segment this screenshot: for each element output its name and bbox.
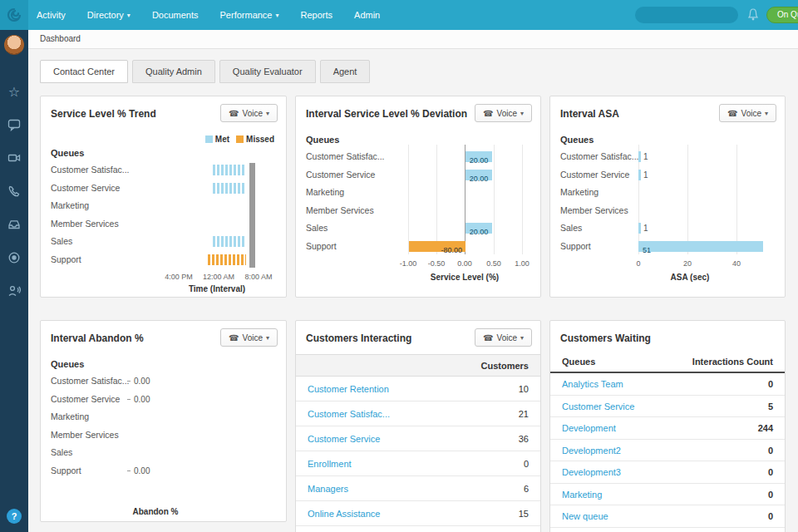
chart-row: Support0.00: [51, 462, 276, 480]
column-customers: Customers: [481, 355, 529, 377]
queue-link[interactable]: Managers: [308, 476, 348, 501]
phone-icon[interactable]: [0, 175, 28, 208]
tab-agent[interactable]: Agent: [320, 60, 371, 83]
queue-link[interactable]: Customer Service: [562, 396, 634, 418]
genesys-logo[interactable]: [0, 0, 28, 30]
chart-row: Customer Satisfac...: [51, 161, 276, 180]
current-interval-marker: [249, 163, 255, 268]
caret-down-icon: ▾: [266, 110, 269, 117]
voice-label: Voice: [497, 109, 517, 118]
card-title: Interval Service Level % Deviation: [306, 108, 467, 120]
queue-link[interactable]: Analytics Team: [562, 373, 623, 396]
chat-icon[interactable]: [0, 108, 28, 141]
voice-filter-button[interactable]: ☎ Voice ▾: [220, 104, 278, 122]
card-customers-interacting: Customers Interacting ☎ Voice ▾ Customer…: [295, 320, 541, 532]
nav-item-directory[interactable]: Directory▾: [87, 10, 131, 20]
queue-link[interactable]: Customer Service: [308, 426, 380, 451]
favorites-star-icon[interactable]: ☆: [0, 75, 28, 108]
left-sidebar: ☆ ?: [0, 30, 28, 532]
queue-link[interactable]: Online Assistance: [308, 501, 380, 526]
count-value: 21: [519, 401, 529, 426]
nav-item-reports[interactable]: Reports: [301, 10, 333, 20]
video-icon[interactable]: [0, 141, 28, 175]
bar-met: [213, 236, 246, 247]
table-row: Customer Service5: [550, 396, 785, 418]
tab-quality-evaluator[interactable]: Quality Evaluator: [219, 60, 316, 83]
x-tick: 8:00 AM: [244, 273, 272, 281]
on-queue-status-pill[interactable]: On Queue: [766, 7, 798, 23]
inbox-icon[interactable]: [0, 208, 28, 241]
help-icon[interactable]: ?: [7, 509, 22, 524]
chart-row: Marketing: [51, 197, 276, 215]
table-row: Customer Retention10: [296, 377, 540, 401]
count-value: 36: [519, 426, 529, 451]
voice-filter-button[interactable]: ☎ Voice ▾: [719, 104, 776, 122]
queue-link[interactable]: Enrollment: [308, 451, 352, 476]
user-avatar[interactable]: [4, 35, 24, 55]
queues-header: Queues: [51, 148, 84, 158]
x-tick: 20: [683, 259, 692, 268]
main-content: Contact Center Quality Admin Quality Eva…: [28, 49, 798, 532]
phone-icon: ☎: [229, 333, 239, 342]
legend-met: Met: [205, 135, 229, 144]
voice-label: Voice: [243, 109, 263, 118]
table-row: Development20: [550, 440, 785, 462]
breadcrumb-bar: Dashboard: [28, 30, 798, 49]
tab-contact-center[interactable]: Contact Center: [40, 60, 128, 83]
count-value: 0: [524, 451, 529, 476]
tab-quality-admin[interactable]: Quality Admin: [132, 60, 215, 83]
table-header: Customers: [296, 354, 540, 377]
card-title: Interval ASA: [560, 108, 619, 120]
phone-icon: ☎: [483, 109, 493, 118]
chart-row: Member Services: [51, 426, 276, 445]
queue-link[interactable]: Customer Satisfac...: [308, 401, 390, 426]
bar-deviation: 20.00: [466, 223, 492, 234]
chart-row: Sales1: [560, 219, 775, 238]
x-axis-label: ASA (sec): [671, 273, 710, 282]
x-tick: 1.00: [515, 259, 530, 268]
chart-row: Customer Satisfac...0.00: [51, 372, 276, 391]
x-tick: 0.00: [457, 259, 472, 268]
notifications-bell-icon[interactable]: [746, 7, 760, 22]
bar-asa: [638, 170, 641, 180]
chart-row: Sales: [51, 233, 276, 251]
queue-link[interactable]: New queue: [562, 505, 608, 528]
dashboard-tabs: Contact Center Quality Admin Quality Eva…: [40, 60, 370, 83]
count-value: 0: [768, 440, 773, 462]
count-value: 6: [524, 476, 529, 501]
globe-target-icon[interactable]: [0, 241, 28, 274]
chart-row: Customer Service: [51, 180, 276, 198]
voice-label: Voice: [741, 109, 761, 118]
queue-link[interactable]: Customer Retention: [308, 377, 389, 401]
queue-link[interactable]: Development3: [562, 461, 621, 484]
voice-filter-button[interactable]: ☎ Voice ▾: [475, 104, 532, 122]
bar-asa: [638, 223, 641, 234]
nav-menu: Activity Directory▾ Documents Performanc…: [37, 0, 380, 30]
nav-item-label: Performance: [220, 10, 273, 20]
voice-label: Voice: [243, 333, 263, 342]
agent-voice-icon[interactable]: [0, 274, 28, 308]
search-input[interactable]: [635, 11, 758, 20]
queue-link[interactable]: Marketing: [562, 484, 602, 506]
legend-swatch-met: [205, 135, 213, 143]
nav-item-activity[interactable]: Activity: [37, 10, 66, 20]
chart-row: Member Services: [51, 215, 276, 234]
voice-filter-button[interactable]: ☎ Voice ▾: [220, 328, 278, 347]
bar-deviation-negative: -80.00: [409, 241, 466, 252]
bar-deviation: 20.00: [466, 151, 492, 162]
caret-down-icon: ▾: [520, 334, 524, 342]
count-value: 10: [519, 377, 529, 401]
voice-filter-button[interactable]: ☎ Voice ▾: [475, 328, 532, 347]
card-service-level-trend: Service Level % Trend ☎ Voice ▾ Met Miss…: [40, 96, 287, 298]
nav-item-label: Reports: [301, 10, 333, 20]
table-row: Online Assistance15: [296, 501, 540, 526]
tick-dash: [127, 381, 131, 382]
column-interactions-count: Interactions Count: [692, 351, 773, 372]
nav-item-documents[interactable]: Documents: [152, 10, 199, 20]
queue-link[interactable]: Development2: [562, 440, 621, 462]
queue-link[interactable]: Development: [562, 417, 616, 440]
card-sl-deviation: Interval Service Level % Deviation ☎ Voi…: [295, 96, 541, 298]
nav-item-admin[interactable]: Admin: [354, 10, 380, 20]
nav-item-performance[interactable]: Performance▾: [220, 10, 279, 20]
table-row: Marketing0: [550, 484, 785, 506]
